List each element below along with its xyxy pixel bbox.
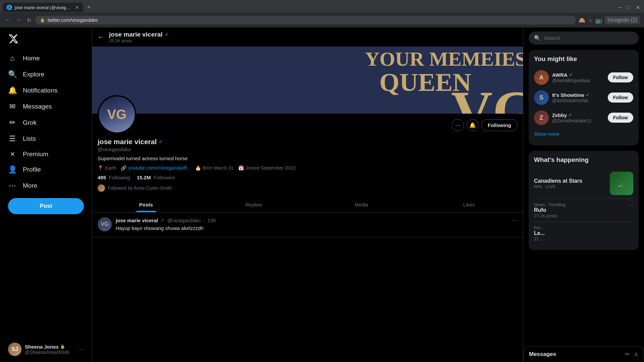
profile-location: 📍 Earth [98, 165, 116, 171]
profile-avatar-area: VG ⋯ 🔔 Following [98, 95, 518, 134]
tab-posts[interactable]: Posts [92, 197, 200, 212]
messages-icon: ✉ [8, 102, 17, 111]
follow-zebby-button[interactable]: Follow [608, 113, 633, 123]
compose-message-icon[interactable]: ✏ [625, 351, 630, 358]
profile-header-info: jose marie viceral ✓ 25.2K posts [109, 31, 169, 43]
tab-close-button[interactable]: ✕ [75, 5, 79, 10]
location-icon: 📍 [98, 165, 103, 171]
profile-bio: Supermodel turned actress turned horse [98, 156, 518, 161]
profile-avatar: VG [98, 95, 136, 134]
user-account-button[interactable]: SJ Sheena Jones 🔒 @SheenaJone49348 ⋯ [4, 339, 88, 359]
trending-more-rufo[interactable]: ⋯ [628, 202, 633, 208]
show-more-link[interactable]: Show more [534, 128, 633, 140]
suggestion-handle-awra: @AwraBriguelaaa [552, 78, 604, 83]
sidebar-item-lists[interactable]: ☰ Lists [4, 131, 88, 146]
tweet-text: Hayup kayo shuwang shuwa akelzzzdt! [116, 225, 518, 232]
grok-icon: ✏ [8, 118, 17, 127]
trending-category-pol: Pol... [534, 225, 633, 230]
search-box[interactable]: 🔍 [529, 32, 639, 45]
sidebar-label-premium: Premium [23, 150, 48, 158]
suggestion-name-awra: AWRA ✓ [552, 72, 604, 78]
x-logo[interactable] [4, 30, 88, 49]
tweet-more-button[interactable]: ⋯ [513, 217, 518, 223]
followed-by: Followed by Anne Curtis-Smith [98, 184, 518, 192]
back-button[interactable]: ← [98, 33, 104, 41]
reload-button[interactable]: ↻ [25, 16, 33, 25]
minimize-button[interactable]: ─ [616, 3, 623, 12]
user-handle: @SheenaJone49348 [25, 350, 75, 355]
trending-topic-pol: Le... [534, 230, 633, 236]
following-stat[interactable]: 495 Following [98, 175, 130, 180]
cast-icon[interactable]: 📺 [595, 17, 602, 23]
tab-replies[interactable]: Replies [200, 197, 308, 212]
eye-slash-icon: 🙈 [579, 17, 585, 23]
zebby-verified-icon: ✓ [568, 112, 572, 118]
profile-website[interactable]: 🔗 youtube.com/c/vicegandaoff... [121, 165, 191, 171]
explore-icon: 🔍 [8, 70, 17, 79]
tab-likes[interactable]: Likes [415, 197, 523, 212]
trending-canadiens[interactable]: Canadiens at Stars NHL · LIVE 🏒 [534, 168, 633, 199]
home-icon: ⌂ [8, 54, 17, 63]
tweet-header: jose marie viceral ✓ @vicegandako · 15h … [116, 217, 518, 223]
left-sidebar: ⌂ Home 🔍 Explore 🔔 Notifications ✉ Messa… [0, 27, 92, 362]
whats-happening-section: What's happening Canadiens at Stars NHL … [529, 151, 639, 250]
trending-image-canadiens: 🏒 [610, 172, 633, 195]
post-button[interactable]: Post [8, 198, 84, 214]
profile-meta: 📍 Earth 🔗 youtube.com/c/vicegandaoff... … [98, 165, 518, 171]
star-icon[interactable]: ☆ [588, 17, 593, 23]
trending-info-rufo: News · Trending ⋯ Rufo 27.1K posts [534, 202, 633, 218]
security-icon: 🔒 [40, 18, 45, 22]
tweet-content: jose marie viceral ✓ @vicegandako · 15h … [116, 217, 518, 232]
maximize-button[interactable]: □ [626, 3, 632, 12]
suggestion-name-zebby: Zebby ✓ [552, 112, 604, 118]
right-sidebar: 🔍 You might like A AWRA ✓ @AwraBriguelaa… [523, 27, 644, 362]
trending-pol[interactable]: Pol... Le... 21... [534, 222, 633, 245]
new-tab-button[interactable]: + [85, 4, 94, 11]
messages-bar-title: Messages [529, 351, 621, 358]
verified-icon: ✓ [165, 32, 169, 37]
search-input[interactable] [544, 35, 633, 41]
sidebar-item-home[interactable]: ⌂ Home [4, 51, 88, 66]
sidebar-item-messages[interactable]: ✉ Messages [4, 99, 88, 114]
address-bar[interactable]: 🔒 twitter.com/vicegandako [35, 16, 576, 24]
profile-header-posts: 25.2K posts [109, 38, 169, 43]
follow-showtime-button[interactable]: Follow [608, 93, 633, 103]
lock-icon: 🔒 [60, 344, 65, 349]
sidebar-item-explore[interactable]: 🔍 Explore [4, 67, 88, 82]
trending-posts-pol: 21... [534, 236, 633, 241]
active-tab[interactable]: X jose marie viceral (@viceganda... ✕ [3, 3, 83, 12]
might-like-section: You might like A AWRA ✓ @AwraBriguelaaa … [529, 50, 639, 145]
sidebar-label-more: More [23, 182, 37, 189]
followers-stat[interactable]: 15.2M Followers [137, 175, 175, 180]
following-button[interactable]: Following [481, 119, 518, 131]
tab-media[interactable]: Media [308, 197, 415, 212]
collapse-messages-icon[interactable]: ∧ [634, 351, 638, 358]
suggestion-showtime: S It's Showtime ✓ @itsShowtimeNa Follow [534, 87, 633, 108]
user-more-icon: ⋯ [79, 346, 84, 352]
profile-born: 🎂 Born March 31 [195, 165, 233, 171]
forward-navigation-button[interactable]: → [15, 16, 23, 24]
profile-icon: 👤 [8, 165, 17, 174]
close-window-button[interactable]: ✕ [634, 3, 641, 12]
profile-joined: 📅 Joined September 2010 [238, 165, 296, 171]
sidebar-item-grok[interactable]: ✏ Grok [4, 115, 88, 130]
user-info: Sheena Jones 🔒 @SheenaJone49348 [25, 344, 75, 355]
tweet-item[interactable]: VG jose marie viceral ✓ @vicegandako · 1… [92, 213, 523, 237]
back-navigation-button[interactable]: ← [4, 16, 12, 24]
browser-action-icons: 🙈 ☆ 📺 Incognito (2) [579, 16, 640, 24]
browser-controls: ← → ↻ 🔒 twitter.com/vicegandako 🙈 ☆ 📺 In… [0, 13, 644, 27]
sidebar-item-profile[interactable]: 👤 Profile [4, 162, 88, 177]
sidebar-item-more[interactable]: ⋯ More [4, 178, 88, 193]
website-link[interactable]: youtube.com/c/vicegandaoff... [128, 165, 191, 171]
sidebar-item-premium[interactable]: ✕ Premium [4, 147, 88, 161]
tweet-author-handle: @vicegandako [167, 218, 201, 223]
follow-awra-button[interactable]: Follow [608, 72, 633, 82]
notifications-icon: 🔔 [8, 86, 17, 95]
notifications-toggle-button[interactable]: 🔔 [467, 119, 479, 131]
trending-posts-rufo: 27.1K posts [534, 213, 633, 218]
sidebar-item-notifications[interactable]: 🔔 Notifications [4, 83, 88, 98]
trending-rufo[interactable]: News · Trending ⋯ Rufo 27.1K posts [534, 199, 633, 222]
more-options-button[interactable]: ⋯ [452, 119, 464, 131]
profile-handle: @vicegandako [98, 146, 518, 152]
link-icon: 🔗 [121, 165, 126, 171]
